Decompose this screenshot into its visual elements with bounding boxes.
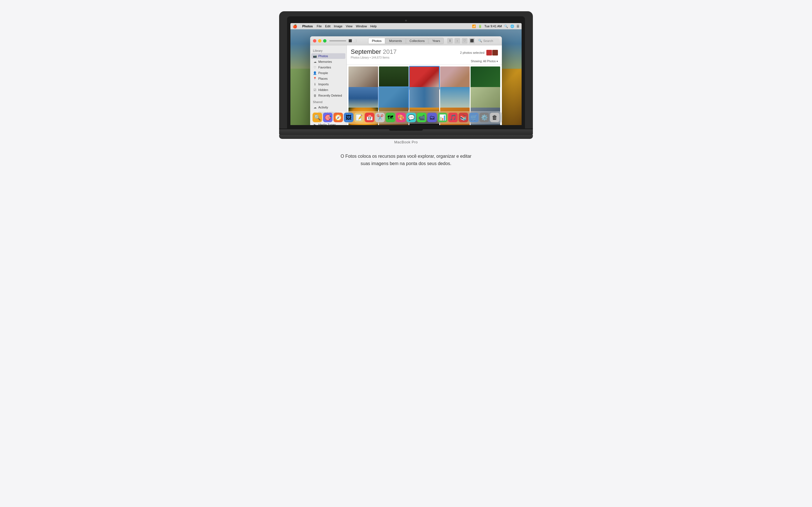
photo-cell[interactable] [349, 66, 378, 89]
battery-icon: 🔋 [478, 24, 482, 28]
menu-app-name[interactable]: Photos [302, 24, 313, 28]
content-title: September 2017 [351, 48, 397, 55]
window-icon2: ⬜ [353, 39, 356, 42]
dock-icon-music[interactable]: 🎵 [448, 113, 458, 122]
dock-icon-maps[interactable]: 🗺 [386, 113, 395, 122]
sidebar-item-imports[interactable]: ℹ Imports [310, 81, 347, 87]
people-icon: 👤 [313, 71, 317, 75]
photo-cell[interactable] [349, 87, 378, 110]
photo-cell-selected[interactable] [409, 66, 439, 89]
notification-icon[interactable]: ☰ [516, 24, 519, 28]
menu-view[interactable]: View [346, 24, 353, 28]
caption-line1: O Fotos coloca os recursos para você exp… [341, 154, 471, 159]
macbook-bottom [279, 135, 533, 139]
sidebar-item-memories[interactable]: ☁ Memories [310, 59, 347, 64]
heart-icon[interactable]: ♡ [462, 38, 467, 44]
dock-icon-trash[interactable]: 🗑 [490, 113, 500, 122]
zoom-slider[interactable] [329, 40, 346, 41]
title-year: 2017 [383, 48, 397, 55]
title-month: September [351, 48, 381, 55]
dock-icon-facetime[interactable]: 📹 [417, 113, 426, 122]
siri-icon[interactable]: 🌐 [510, 24, 514, 28]
dock-icon-systemprefs[interactable]: ⚙️ [479, 113, 489, 122]
sidebar-label-places: Places [318, 77, 327, 80]
filter-label[interactable]: Showing: All Photos ▾ [471, 60, 498, 63]
photo-cell[interactable] [440, 66, 470, 89]
search-icon: 🔍 [478, 39, 482, 43]
sidebar-item-activity[interactable]: ☁ Activity [310, 105, 347, 110]
photos-icon: 📷 [313, 54, 317, 58]
sidebar-item-places[interactable]: 📍 Places [310, 76, 347, 81]
dock-icon-siri[interactable]: 🎯 [323, 113, 333, 122]
menu-items: File Edit Image View Window Help [317, 24, 377, 28]
export-icon[interactable]: ⬛ [469, 38, 475, 44]
photo-cell[interactable] [409, 87, 439, 110]
sidebar-item-people[interactable]: 👤 People [310, 70, 347, 76]
tab-moments[interactable]: Moments [386, 38, 405, 44]
sidebar-label-photos: Photos [318, 54, 328, 58]
photo-cell[interactable] [379, 66, 409, 89]
wifi-icon: 📶 [472, 24, 476, 28]
dock-icon-photos[interactable]: 🖼 [344, 113, 354, 122]
selected-thumb-1 [486, 50, 492, 55]
minimize-button[interactable] [318, 39, 321, 43]
close-button[interactable] [313, 39, 316, 43]
dock-icon-messages[interactable]: 💬 [407, 113, 416, 122]
dock-icon-files[interactable]: 🗂 [427, 113, 437, 122]
page-caption: O Fotos coloca os recursos para você exp… [341, 153, 471, 167]
macos-menubar: 🍎 Photos File Edit Image View Window Hel… [290, 23, 522, 29]
favorites-icon: ♡ [313, 65, 317, 69]
sidebar-item-hidden[interactable]: ☑ Hidden [310, 87, 347, 93]
memories-icon: ☁ [313, 60, 317, 64]
tab-years[interactable]: Years [428, 38, 444, 44]
photo-cell[interactable] [440, 87, 470, 110]
dock-icon-calendar[interactable]: 📅 [365, 113, 374, 122]
search-box[interactable]: 🔍 Search [476, 38, 499, 43]
dock-icon-numbers[interactable]: 📊 [438, 113, 448, 122]
dock-icon-safari[interactable]: 🧭 [334, 113, 343, 122]
menu-edit[interactable]: Edit [325, 24, 331, 28]
photo-cell-selected[interactable] [379, 87, 409, 110]
menu-file[interactable]: File [317, 24, 322, 28]
window-toolbar-icons: ⬛ ⬜ [349, 39, 356, 42]
dock-icon-finder[interactable]: 🔍 [313, 113, 322, 122]
search-menu-icon[interactable]: 🔍 [504, 24, 508, 28]
content-header: September 2017 2 photos selected [347, 45, 502, 65]
apple-menu[interactable]: 🍎 [293, 24, 297, 29]
menu-image[interactable]: Image [334, 24, 343, 28]
dock-icon-notes[interactable]: 📝 [354, 113, 364, 122]
filter-row: Showing: All Photos ▾ [351, 60, 498, 63]
imports-icon: ℹ [313, 82, 317, 86]
nav-tabs: Photos Moments Collections Years [368, 38, 444, 44]
info-icon[interactable]: ℹ [447, 38, 453, 44]
tab-collections[interactable]: Collections [406, 38, 428, 44]
sidebar-item-favorites[interactable]: ♡ Favorites [310, 64, 347, 70]
caption-line2: suas imagens bem na ponta dos seus dedos… [361, 161, 451, 166]
dock-icon-pinwheel[interactable]: 🎨 [396, 113, 406, 122]
trash-icon: 🗑 [313, 94, 317, 98]
window-icon1: ⬛ [349, 39, 352, 42]
menubar-right: 📶 🔋 Tue 9:41 AM 🔍 🌐 ☰ [472, 24, 519, 28]
dock-icon-scissors[interactable]: ✂️ [375, 113, 385, 122]
shared-section-label: Shared [310, 98, 347, 105]
macbook-lid: 🍎 Photos File Edit Image View Window Hel… [279, 11, 533, 128]
dock-icon-appstore[interactable]: 🛒 [469, 113, 479, 122]
share-icon[interactable]: ↑ [455, 38, 460, 44]
menu-window[interactable]: Window [356, 24, 367, 28]
menu-help[interactable]: Help [370, 24, 377, 28]
photo-cell[interactable] [470, 66, 500, 89]
screen-bezel: 🍎 Photos File Edit Image View Window Hel… [287, 16, 525, 128]
tab-photos[interactable]: Photos [368, 38, 385, 44]
sidebar-item-photos[interactable]: 📷 Photos [311, 53, 345, 59]
macbook-notch [389, 129, 423, 131]
dock-icon-books[interactable]: 📚 [459, 113, 468, 122]
desktop-wallpaper: ⬛ ⬜ Photos Moments Collections Years [290, 29, 522, 125]
window-titlebar: ⬛ ⬜ Photos Moments Collections Years [310, 36, 502, 45]
maximize-button[interactable] [323, 39, 326, 43]
photo-cell[interactable] [470, 87, 500, 110]
sidebar-item-recently-deleted[interactable]: 🗑 Recently Deleted [310, 93, 347, 98]
search-placeholder: Search [483, 39, 493, 43]
sidebar-label-memories: Memories [318, 60, 332, 63]
macbook-laptop: 🍎 Photos File Edit Image View Window Hel… [279, 11, 533, 144]
sidebar-label-hidden: Hidden [318, 88, 328, 92]
